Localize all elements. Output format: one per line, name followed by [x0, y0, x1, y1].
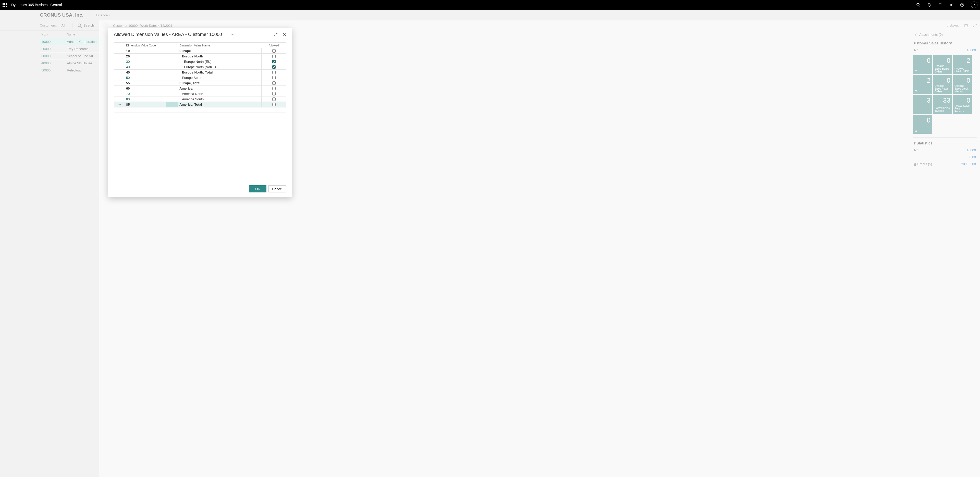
search-icon[interactable]: [916, 3, 920, 7]
grid-row[interactable]: 10 Europe: [114, 48, 286, 54]
kpi-tile[interactable]: 0Ongoing Sales Blanket Orders: [933, 55, 952, 74]
sales-history-title: ustomer Sales History: [913, 38, 977, 47]
allowed-checkbox[interactable]: [272, 103, 275, 106]
ok-button[interactable]: OK: [249, 185, 266, 192]
saved-status: ✓ Saved: [947, 24, 960, 27]
search-button[interactable]: Search: [77, 23, 94, 28]
kpi-tile[interactable]: 0Posted Sales Return Receipts: [953, 95, 972, 114]
close-icon[interactable]: [282, 32, 286, 37]
top-bar: Dynamics 365 Business Central IK: [0, 0, 980, 10]
grid-row[interactable]: 45 Europe North, Total: [114, 70, 286, 75]
grid-header-allowed[interactable]: Allowed: [262, 44, 286, 47]
column-header-no[interactable]: No. ↑: [41, 33, 67, 36]
dialog-expand-icon[interactable]: [274, 32, 278, 37]
kpi-tile[interactable]: 33Posted Sales Invoices: [933, 95, 952, 114]
allowed-checkbox[interactable]: [272, 76, 275, 80]
allowed-checkbox[interactable]: [272, 49, 275, 52]
dialog-more-icon[interactable]: ⋯: [231, 32, 235, 37]
stat-orders-row: g Orders ($)20,196.08: [913, 161, 977, 167]
allowed-checkbox[interactable]: [272, 55, 275, 58]
grid-row[interactable]: 30 Europe North (EU): [114, 59, 286, 64]
svg-rect-15: [965, 24, 967, 27]
allowed-checkbox[interactable]: [272, 97, 275, 101]
factbox-panel: Attachments (0) ustomer Sales History No…: [913, 31, 977, 167]
grid-row[interactable]: 50 Europe South: [114, 75, 286, 80]
flag-icon[interactable]: [938, 3, 942, 7]
allowed-checkbox[interactable]: [272, 65, 275, 68]
kpi-tile[interactable]: 0es: [913, 55, 932, 74]
stat-bal-row: 0.00: [913, 154, 977, 161]
company-name: CRONUS USA, Inc.: [40, 12, 83, 18]
svg-line-6: [80, 26, 82, 27]
stat-no-row: No.10000: [913, 147, 977, 154]
grid-row[interactable]: 60 America: [114, 86, 286, 91]
cancel-button[interactable]: Cancel: [269, 185, 286, 192]
statistics-title: r Statistics: [913, 138, 977, 147]
avatar[interactable]: IK: [971, 2, 977, 8]
grid-header-code[interactable]: Dimension Value Code: [125, 44, 166, 47]
grid-header-name[interactable]: Dimension Value Name: [178, 44, 262, 47]
dialog-title: Allowed Dimension Values - AREA - Custom…: [114, 32, 222, 37]
company-header: CRONUS USA, Inc. Finance⌄: [0, 10, 980, 21]
svg-line-1: [919, 6, 920, 6]
role-menu-finance[interactable]: Finance⌄: [96, 13, 110, 17]
gear-icon[interactable]: [949, 3, 953, 7]
allowed-checkbox[interactable]: [272, 92, 275, 95]
svg-point-0: [917, 3, 919, 6]
kpi-tile[interactable]: 0Ongoing Sales Credit Memos: [953, 75, 972, 94]
filter-all[interactable]: All⌄: [61, 24, 68, 27]
column-header-name[interactable]: Name: [67, 33, 75, 36]
allowed-checkbox[interactable]: [272, 60, 275, 63]
popout-icon[interactable]: [964, 24, 968, 27]
svg-point-2: [950, 4, 952, 6]
bell-icon[interactable]: [927, 3, 931, 7]
svg-point-5: [78, 24, 81, 27]
kpi-tile[interactable]: 2Ongoing Sales Orders: [953, 55, 972, 74]
kpi-tile[interactable]: 0os: [913, 115, 932, 134]
kpi-tile[interactable]: 2es: [913, 75, 932, 94]
attachments-link[interactable]: Attachments (0): [913, 31, 977, 38]
help-icon[interactable]: [960, 3, 964, 7]
kpi-tile[interactable]: 3: [913, 95, 932, 114]
expand-detail-icon[interactable]: [973, 24, 977, 27]
grid-row[interactable]: 40 Europe North (Non EU): [114, 64, 286, 70]
breadcrumb: Customer 10000 | Work Date: 4/12/2021: [113, 24, 172, 27]
allowed-checkbox[interactable]: [272, 87, 275, 90]
allowed-checkbox[interactable]: [272, 81, 275, 85]
customers-label: Customers:: [40, 24, 57, 27]
customer-no-row: No.10000: [913, 47, 977, 54]
grid-row[interactable]: 85 ⋮ America, Total: [114, 102, 286, 107]
allowed-checkbox[interactable]: [272, 71, 275, 74]
grid-row[interactable]: 70 America North: [114, 91, 286, 97]
dimension-values-dialog: Allowed Dimension Values - AREA - Custom…: [108, 28, 292, 197]
grid-row[interactable]: 55 Europe, Total: [114, 80, 286, 86]
grid-row[interactable]: 80 America South: [114, 97, 286, 102]
grid-row[interactable]: 20 Europe North: [114, 54, 286, 59]
dimension-values-grid: Dimension Value Code Dimension Value Nam…: [114, 42, 286, 107]
kpi-tile[interactable]: 0Ongoing Sales Return Orders: [933, 75, 952, 94]
app-title: Dynamics 365 Business Central: [11, 3, 62, 7]
app-launcher-icon[interactable]: [3, 3, 6, 7]
